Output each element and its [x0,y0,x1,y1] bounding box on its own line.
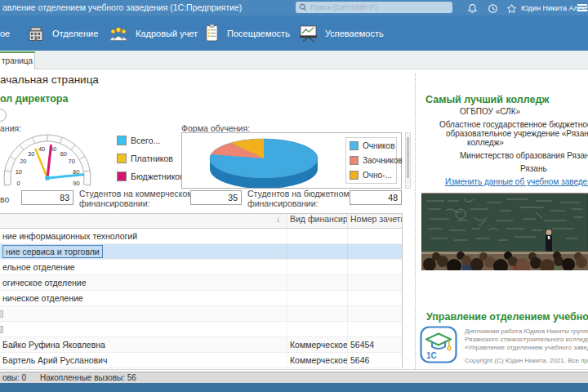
window-title: авление отделением учебного заведения (1… [2,2,242,12]
legend-swatch-parttime [350,156,359,165]
refresh-icon[interactable] [0,109,7,122]
scrollbar-thumb[interactable] [407,137,409,178]
sort-arrow-icon[interactable]: ↓ [276,215,280,224]
legend-item: Очно-... [350,170,396,180]
about-heading: Управление отделением учебного з [426,311,588,323]
favorites-star-icon[interactable] [506,2,518,14]
legend-swatch-fulltime [350,141,359,150]
ribbon-item-main[interactable]: ое [0,16,10,51]
titlebar: авление отделением учебного заведения (1… [0,0,588,16]
row-marker [0,310,3,318]
cell-name [0,306,287,321]
ribbon-item-performance[interactable]: Успеваемость [299,16,384,51]
cell-name [0,322,287,336]
main-menu-icon[interactable] [577,4,587,12]
ribbon-menu: ое Отделение Кадровый учет [0,16,588,51]
cell-financing [287,229,348,243]
pie-legend: Очников Заочников Очно-... [345,137,397,184]
ribbon-item-attendance[interactable]: Посещаемость [204,16,290,51]
dashboard-heading: ол директора [0,93,68,105]
education-pie-panel: Очников Заочников Очно-... [181,132,402,189]
cell-name: ельное отделение [0,260,287,274]
legend-item: Всего... [117,136,185,145]
svg-text:70: 70 [69,158,75,165]
cell-number [348,260,402,274]
college-full-name-line2: образовательное учреждение «Рязанский са… [446,129,588,138]
presentation-chart-icon [299,24,318,42]
tab-bar: траница [0,51,588,69]
legend-item: Очников [350,140,396,150]
commercial-students-field[interactable]: 35 [190,190,242,205]
table-row[interactable]: ельное отделение [0,260,402,275]
content-bottom-divider [0,369,588,370]
gauge-legend: Всего... Платников Бюджетников [117,136,185,189]
college-short-name: ОГБПОУ «СЛК» [460,107,520,116]
cell-number: 56454 [348,337,402,352]
about-line2: Рязанского станкостроительного колледжа … [465,336,588,343]
ribbon-item-hr[interactable]: Кадровый учет [109,16,198,51]
about-line1: Дипломная работа Юдина Никиты группы ИС- [465,327,588,335]
table-row[interactable]: Байко Руфина ЯковлевнаКоммерческое финан… [0,337,402,353]
ribbon-item-department[interactable]: Отделение [27,16,98,51]
cell-name: огическое отделение [0,275,287,290]
legend-swatch-mixed [350,171,359,180]
cell-number [348,291,402,305]
charts-scrollbar[interactable] [405,132,411,189]
budget-students-field[interactable]: 48 [350,190,402,205]
legend-item: Заочников [350,155,396,165]
tab-start-page[interactable]: траница [0,51,35,69]
svg-text:10: 10 [16,168,22,176]
building-icon [27,24,45,42]
search-input[interactable] [309,2,452,12]
window-bottom-border [0,383,588,392]
ribbon-label-department: Отделение [52,29,98,38]
people-icon [109,24,128,42]
table-row[interactable]: ние информационных технологий [0,229,402,244]
table-row[interactable]: Бартель Арий РуслановичКоммерческое фина… [0,353,402,368]
cell-name: ническое отделение [0,291,287,305]
cell-number [348,244,402,259]
commercial-students-label: Студентов на коммерческом финансировании… [79,189,195,208]
table-row[interactable]: огическое отделение [0,275,402,291]
ribbon-label-main: ое [0,29,10,38]
cell-financing [287,322,348,336]
focused-cell: ние сервиса и торговли [2,245,103,258]
cell-number [348,275,402,290]
cell-number [348,322,402,336]
table-row-selected[interactable]: ние сервиса и торговли [0,244,402,260]
search-icon [299,3,307,11]
table-header-name[interactable]: ↓ [0,214,287,228]
table-header-number[interactable]: Номер зачетки [348,214,402,228]
legend-item: Платников [117,154,185,163]
table-row[interactable] [0,306,402,322]
cell-financing [287,306,348,321]
cell-name: Байко Руфина Яковлевна [0,337,287,352]
panel-divider [415,74,416,369]
edit-college-link[interactable]: Изменить данные об учебном заведен [445,177,588,186]
table-row[interactable] [0,322,402,337]
total-count-field[interactable]: 83 [21,190,74,205]
cell-financing: Коммерческое финансиров... [287,353,348,368]
departments-table: ↓ Вид финансирования Номер зачетки ние и… [0,213,403,368]
cell-financing: Коммерческое финансиров... [287,337,348,352]
svg-text:40: 40 [38,145,45,153]
history-clock-icon[interactable] [488,2,499,14]
cell-number [348,229,402,243]
cell-number [348,306,402,321]
svg-text:60: 60 [60,150,67,158]
cell-financing [287,260,348,274]
notifications-bell-icon[interactable] [467,2,479,14]
table-header[interactable]: ↓ Вид финансирования Номер зачетки [0,214,402,229]
college-full-name-line3: колледж» [467,138,504,147]
search-box[interactable] [296,2,452,13]
current-calls-status: овы: 0 [2,373,26,382]
legend-label: Заочников [363,156,403,165]
table-header-financing[interactable]: Вид финансирования [287,214,348,228]
table-row[interactable]: ническое отделение [0,291,402,306]
cell-name: ние сервиса и торговли [0,244,287,259]
college-heading: Самый лучший колледж [425,94,549,105]
cell-financing [287,275,348,290]
accumulated-calls-status: Накопленные вызовы: 56 [40,373,136,382]
page-title: ачальная страница [0,74,99,86]
education-pie-chart [182,133,345,188]
